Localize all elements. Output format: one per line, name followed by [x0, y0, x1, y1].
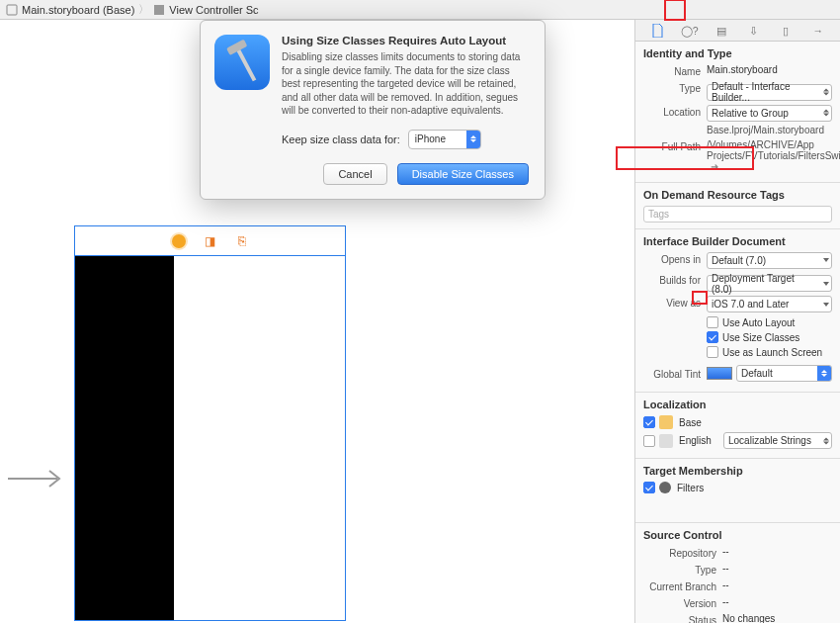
stepper-arrows-icon [466, 131, 480, 148]
disable-size-classes-button[interactable]: Disable Size Classes [397, 163, 529, 185]
name-value[interactable]: Main.storyboard [707, 64, 832, 75]
file-inspector-tab[interactable] [648, 22, 666, 40]
storyboard-file-icon [6, 4, 18, 16]
canvas-area[interactable]: ◨ ⎘ Using Size Classes Requires Auto Lay… [0, 20, 634, 623]
inspector-panel: ◯? ▤ ⇩ ▯ → Identity and Type NameMain.st… [634, 20, 840, 623]
opens-label: Opens in [643, 252, 701, 265]
scene-toolbar: ◨ ⎘ [75, 226, 345, 256]
exit-icon[interactable]: ⎘ [235, 234, 249, 248]
builds-label: Builds for [643, 273, 701, 286]
size-inspector-tab[interactable]: ▯ [777, 22, 795, 40]
white-panel [174, 256, 345, 620]
english-format-select[interactable]: Localizable Strings [723, 432, 832, 449]
device-family-select[interactable]: iPhone [408, 130, 481, 149]
tint-swatch[interactable] [707, 367, 732, 380]
target-section: Target Membership Filters [635, 459, 840, 523]
status-value: No changes [722, 613, 832, 623]
version-value: -- [722, 596, 832, 607]
builds-for-select[interactable]: Deployment Target (8.0) [707, 275, 832, 292]
ibdoc-title: Interface Builder Document [643, 235, 832, 247]
device-family-value: iPhone [415, 134, 446, 144]
chevron-updown-icon [823, 89, 829, 96]
status-label: Status [643, 613, 716, 623]
fullpath-label: Full Path [643, 139, 701, 152]
chevron-updown-icon [823, 110, 829, 117]
cancel-button[interactable]: Cancel [323, 163, 386, 185]
stepper-arrows-icon [817, 366, 831, 381]
storyboard-scene-icon [153, 4, 165, 16]
sc-type-label: Type [643, 563, 716, 576]
chevron-right-icon: 〉 [138, 2, 149, 17]
global-tint-label: Global Tint [643, 367, 701, 380]
svg-rect-0 [7, 5, 17, 15]
type-label: Type [643, 81, 701, 94]
use-size-classes-checkbox[interactable] [707, 331, 718, 343]
filters-target-label: Filters [677, 483, 704, 493]
breadcrumb-item-1[interactable]: Main.storyboard (Base) [22, 4, 134, 16]
english-checkbox[interactable] [643, 435, 655, 447]
svg-rect-4 [226, 40, 247, 55]
viewas-label: View as [643, 296, 701, 309]
quick-help-tab[interactable]: ◯? [681, 22, 699, 40]
identity-title: Identity and Type [643, 47, 832, 59]
identity-inspector-tab[interactable]: ▤ [713, 22, 730, 40]
breadcrumb-item-2[interactable]: View Controller Sc [169, 4, 258, 16]
tags-input[interactable]: Tags [643, 206, 832, 222]
chevron-down-icon [823, 303, 829, 307]
svg-rect-1 [154, 5, 164, 15]
filters-target-checkbox[interactable] [643, 482, 655, 493]
target-title: Target Membership [643, 465, 832, 477]
attributes-inspector-tab[interactable]: ⇩ [745, 22, 763, 40]
view-controller-icon[interactable] [172, 234, 186, 248]
chevron-down-icon [823, 282, 829, 286]
type-select[interactable]: Default - Interface Builder... [707, 84, 832, 101]
black-panel [75, 256, 174, 620]
ondemand-section: On Demand Resource Tags Tags [635, 183, 840, 229]
base-label: Base [679, 417, 702, 428]
name-label: Name [643, 64, 701, 77]
view-controller-scene[interactable]: ◨ ⎘ [74, 225, 346, 621]
use-auto-layout-checkbox[interactable] [707, 316, 718, 328]
breadcrumb-bar: Main.storyboard (Base) 〉 View Controller… [0, 0, 840, 20]
global-tint-select[interactable]: Default [736, 365, 832, 382]
entry-point-arrow [8, 467, 65, 492]
repo-value: -- [722, 546, 832, 557]
base-checkbox[interactable] [643, 416, 655, 428]
inspector-tabs: ◯? ▤ ⇩ ▯ → [635, 20, 840, 42]
use-size-classes-label: Use Size Classes [722, 332, 799, 343]
ondemand-title: On Demand Resource Tags [643, 189, 832, 201]
opens-in-select[interactable]: Default (7.0) [707, 252, 832, 269]
chevron-updown-icon [823, 437, 829, 444]
localization-section: Localization Base EnglishLocalizable Str… [635, 393, 840, 459]
sc-type-value: -- [722, 563, 832, 574]
ibdoc-section: Interface Builder Document Opens inDefau… [635, 229, 840, 394]
keep-data-label: Keep size class data for: [282, 134, 400, 145]
view-as-select[interactable]: iOS 7.0 and Later [707, 296, 832, 312]
fullpath-value: /Volumes/ARCHIVE/App Projects/FVTutorial… [707, 139, 840, 161]
use-auto-layout-label: Use Auto Layout [722, 317, 795, 328]
source-title: Source Control [643, 529, 832, 541]
branch-label: Current Branch [643, 579, 716, 592]
localization-file-icon [659, 415, 673, 429]
localization-title: Localization [643, 399, 832, 410]
connections-inspector-tab[interactable]: → [809, 22, 827, 40]
first-responder-icon[interactable]: ◨ [204, 234, 217, 248]
english-label: English [679, 435, 718, 446]
source-control-section: Source Control Repository-- Type-- Curre… [635, 523, 840, 623]
reveal-in-finder-icon[interactable]: ➜ [711, 161, 718, 172]
repo-label: Repository [643, 546, 716, 559]
identity-section: Identity and Type NameMain.storyboard Ty… [635, 42, 840, 183]
dialog-text: Disabling size classes limits documents … [282, 50, 529, 118]
xcode-app-icon [214, 35, 270, 90]
size-classes-dialog: Using Size Classes Requires Auto Layout … [200, 20, 546, 200]
location-sub: Base.lproj/Main.storyboard [707, 125, 832, 135]
scene-body [75, 256, 345, 620]
dialog-title: Using Size Classes Requires Auto Layout [282, 35, 529, 46]
location-label: Location [643, 105, 701, 118]
location-select[interactable]: Relative to Group [707, 105, 832, 122]
branch-value: -- [722, 579, 832, 590]
use-launch-screen-checkbox[interactable] [707, 346, 718, 358]
version-label: Version [643, 596, 716, 609]
localization-file-icon [659, 434, 673, 448]
app-target-icon [659, 482, 671, 493]
